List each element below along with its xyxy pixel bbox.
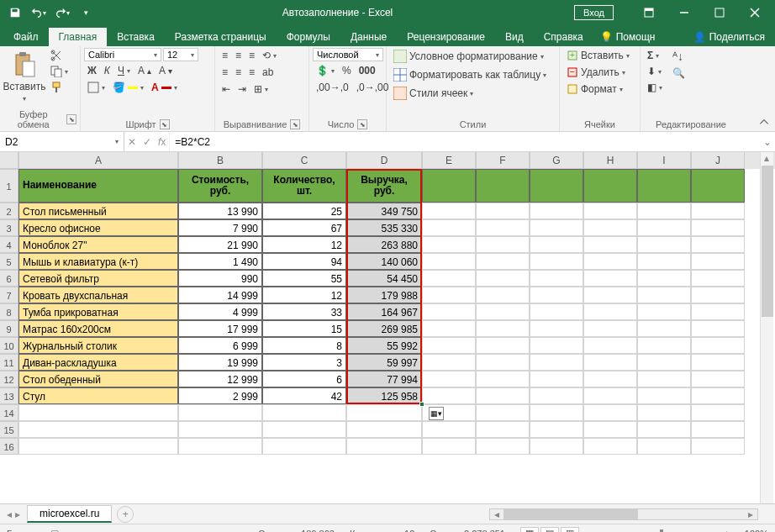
delete-cells-button[interactable]: −Удалить▾ bbox=[563, 65, 629, 80]
cell[interactable] bbox=[637, 421, 691, 438]
tab-layout[interactable]: Разметка страницы bbox=[165, 28, 277, 46]
cell[interactable] bbox=[262, 421, 346, 438]
row-header[interactable]: 9 bbox=[0, 320, 18, 337]
cell[interactable]: 21 990 bbox=[178, 236, 262, 253]
ribbon-options-icon[interactable] bbox=[632, 0, 666, 25]
cell[interactable]: 15 bbox=[262, 320, 346, 337]
row-header[interactable]: 3 bbox=[0, 219, 18, 236]
row-header[interactable]: 7 bbox=[0, 287, 18, 303]
row-header[interactable]: 12 bbox=[0, 371, 18, 387]
cell[interactable]: Стоимость, руб. bbox=[178, 169, 262, 203]
column-header-J[interactable]: J bbox=[691, 152, 745, 169]
cell[interactable] bbox=[18, 421, 178, 438]
cell[interactable]: Матрас 160х200см bbox=[18, 320, 178, 337]
font-launcher[interactable]: ⬊ bbox=[160, 119, 170, 129]
cell[interactable] bbox=[691, 371, 745, 387]
cell[interactable] bbox=[422, 236, 476, 253]
cell[interactable] bbox=[583, 337, 637, 354]
cell[interactable] bbox=[422, 169, 476, 203]
cell[interactable] bbox=[262, 404, 346, 421]
cell[interactable] bbox=[583, 387, 637, 404]
cell[interactable] bbox=[422, 219, 476, 236]
cell[interactable]: 1 490 bbox=[178, 253, 262, 270]
find-select-button[interactable]: 🔍 bbox=[669, 66, 688, 81]
align-top-button[interactable]: ≡ bbox=[219, 48, 231, 63]
maximize-icon[interactable] bbox=[703, 0, 736, 25]
cell[interactable] bbox=[476, 203, 530, 219]
insert-function-icon[interactable]: fx bbox=[158, 136, 166, 148]
close-icon[interactable] bbox=[738, 0, 772, 25]
cell[interactable] bbox=[346, 404, 422, 421]
clipboard-launcher[interactable]: ⬊ bbox=[66, 114, 76, 124]
align-left-button[interactable]: ≡ bbox=[219, 65, 231, 80]
row-header[interactable]: 6 bbox=[0, 270, 18, 287]
cell[interactable] bbox=[530, 320, 583, 337]
cell[interactable] bbox=[476, 421, 530, 438]
cell[interactable] bbox=[476, 270, 530, 287]
fill-button[interactable]: ⬇▾ bbox=[644, 64, 666, 79]
number-format-combo[interactable]: Числовой▾ bbox=[313, 48, 383, 61]
tab-home[interactable]: Главная bbox=[49, 28, 108, 46]
worksheet-grid[interactable]: ABCDEFGHIJ 1НаименованиеСтоимость, руб.К… bbox=[0, 152, 775, 503]
tab-file[interactable]: Файл bbox=[3, 28, 49, 46]
cell[interactable]: 59 997 bbox=[346, 354, 422, 371]
login-button[interactable]: Вход bbox=[574, 5, 614, 20]
cell[interactable] bbox=[422, 371, 476, 387]
cell[interactable] bbox=[422, 438, 476, 455]
collapse-ribbon-icon[interactable] bbox=[758, 116, 770, 128]
cell[interactable] bbox=[530, 438, 583, 455]
cell[interactable]: 6 bbox=[262, 371, 346, 387]
cell[interactable] bbox=[422, 421, 476, 438]
cell[interactable]: 6 999 bbox=[178, 337, 262, 354]
cell[interactable] bbox=[530, 404, 583, 421]
cell[interactable] bbox=[583, 354, 637, 371]
cell[interactable] bbox=[583, 421, 637, 438]
cell[interactable] bbox=[583, 253, 637, 270]
cell[interactable] bbox=[530, 354, 583, 371]
zoom-level[interactable]: 100% bbox=[745, 529, 768, 533]
cell[interactable]: Кресло офисное bbox=[18, 219, 178, 236]
format-painter-button[interactable] bbox=[47, 80, 71, 95]
cell[interactable] bbox=[422, 320, 476, 337]
cell[interactable] bbox=[637, 303, 691, 320]
cell[interactable] bbox=[583, 303, 637, 320]
vertical-scrollbar[interactable]: ▴ bbox=[760, 152, 773, 503]
cell[interactable] bbox=[637, 236, 691, 253]
tell-me[interactable]: 💡Помощн bbox=[593, 28, 662, 46]
cell[interactable]: 19 999 bbox=[178, 354, 262, 371]
cell[interactable] bbox=[637, 270, 691, 287]
cell[interactable]: 535 330 bbox=[346, 219, 422, 236]
row-header[interactable]: 15 bbox=[0, 421, 18, 438]
merge-button[interactable]: ⊞▾ bbox=[250, 82, 272, 97]
cell[interactable] bbox=[530, 421, 583, 438]
cell[interactable] bbox=[691, 438, 745, 455]
cell[interactable] bbox=[637, 371, 691, 387]
align-bottom-button[interactable]: ≡ bbox=[245, 48, 258, 63]
column-header-E[interactable]: E bbox=[422, 152, 476, 169]
cell[interactable] bbox=[691, 404, 745, 421]
tab-help[interactable]: Справка bbox=[534, 28, 593, 46]
page-layout-view-button[interactable]: ▤ bbox=[540, 527, 559, 533]
cell[interactable] bbox=[178, 438, 262, 455]
cell[interactable]: 164 967 bbox=[346, 303, 422, 320]
cell[interactable] bbox=[530, 387, 583, 404]
column-header-G[interactable]: G bbox=[530, 152, 583, 169]
sheet-nav-prev-icon[interactable]: ◂ bbox=[7, 508, 12, 520]
cell[interactable]: Стол обеденный bbox=[18, 371, 178, 387]
enter-formula-icon[interactable]: ✓ bbox=[143, 136, 151, 148]
formula-input[interactable]: =B2*C2 bbox=[170, 132, 760, 151]
redo-icon[interactable]: ▾ bbox=[52, 3, 72, 23]
cell[interactable]: Тумба прикроватная bbox=[18, 303, 178, 320]
cell[interactable] bbox=[476, 169, 530, 203]
cell[interactable] bbox=[530, 236, 583, 253]
cell[interactable]: 54 450 bbox=[346, 270, 422, 287]
orientation-button[interactable]: ⟲▾ bbox=[259, 48, 280, 63]
select-all-corner[interactable] bbox=[0, 152, 18, 169]
font-color-button[interactable]: A▾ bbox=[148, 80, 181, 95]
cell[interactable] bbox=[637, 354, 691, 371]
row-header[interactable]: 10 bbox=[0, 337, 18, 354]
cell[interactable] bbox=[637, 203, 691, 219]
cell[interactable] bbox=[530, 253, 583, 270]
conditional-formatting-button[interactable]: Условное форматирование▾ bbox=[390, 48, 547, 65]
cell[interactable]: Количество, шт. bbox=[262, 169, 346, 203]
